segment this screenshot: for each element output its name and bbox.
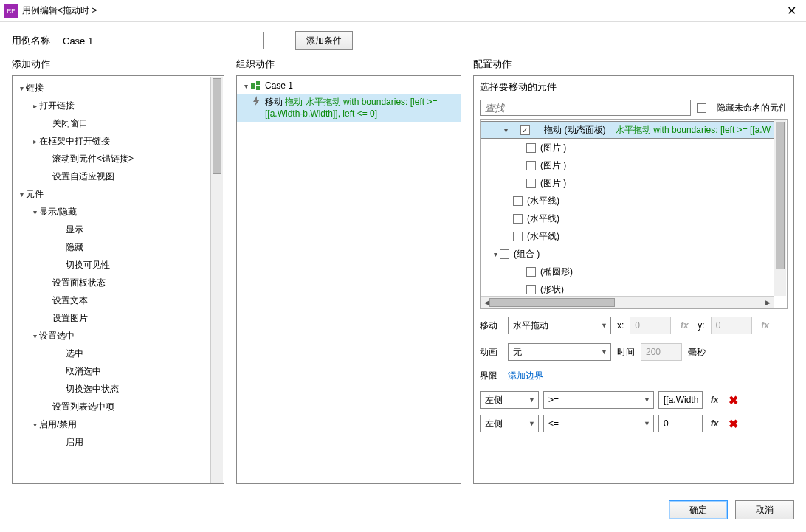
ok-button[interactable]: 确定 — [669, 500, 728, 519]
action-tree-item[interactable]: 设置图片 — [13, 309, 211, 327]
checkbox[interactable] — [513, 232, 523, 241]
widget-tree[interactable]: 拖动 (动态面板) 水平拖动 with boundaries: [left >=… — [480, 120, 774, 296]
widget-tree-item[interactable]: (水平线) — [480, 227, 774, 245]
checkbox[interactable] — [526, 285, 536, 294]
anim-type-select[interactable]: 无▼ — [508, 343, 611, 361]
action-tree-item[interactable]: 元件 — [13, 185, 211, 203]
checkbox[interactable] — [526, 143, 536, 153]
action-tree-item[interactable]: 在框架中打开链接 — [13, 132, 211, 150]
chevron-down-icon: ▼ — [528, 420, 535, 427]
widget-tree-item[interactable]: (水平线) — [480, 192, 774, 210]
widget-tree-item[interactable]: (水平线) — [480, 210, 774, 227]
widget-tree-item[interactable]: (图片 ) — [480, 139, 774, 156]
action-row[interactable]: 移动 拖动 水平拖动 with boundaries: [left >= [[a… — [237, 94, 461, 122]
widget-label: (图片 ) — [540, 142, 566, 154]
fx-icon[interactable]: fx — [707, 418, 722, 429]
case-row[interactable]: Case 1 — [237, 77, 461, 94]
triangle-icon[interactable] — [17, 84, 26, 92]
triangle-icon[interactable] — [30, 208, 39, 216]
triangle-icon[interactable] — [30, 137, 39, 145]
triangle-icon[interactable] — [17, 190, 26, 198]
widget-tree-item[interactable]: (椭圆形) — [480, 263, 774, 280]
move-type-select[interactable]: 水平拖动▼ — [508, 317, 611, 334]
scrollbar-thumb[interactable] — [213, 78, 221, 174]
action-tree-item[interactable]: 启用 — [13, 433, 211, 451]
tree-item-label: 设置自适应视图 — [52, 170, 114, 183]
action-tree-item[interactable]: 设置文本 — [13, 291, 211, 309]
action-tree-item[interactable]: 设置列表选中项 — [13, 398, 211, 415]
widget-label: (水平线) — [527, 213, 559, 225]
checkbox[interactable] — [520, 125, 530, 135]
add-condition-button[interactable]: 添加条件 — [295, 31, 353, 50]
action-tree-item[interactable]: 打开链接 — [13, 97, 211, 114]
checkbox[interactable] — [513, 214, 523, 224]
triangle-icon[interactable] — [501, 126, 510, 134]
triangle-icon[interactable] — [30, 102, 39, 110]
checkbox[interactable] — [526, 161, 536, 170]
action-tree-item[interactable]: 隐藏 — [13, 238, 211, 256]
move-row: 移动 水平拖动▼ x: 0 fx y: 0 fx — [480, 317, 788, 334]
widget-tree-item[interactable]: 拖动 (动态面板) 水平拖动 with boundaries: [left >=… — [480, 121, 774, 139]
case-name-input[interactable] — [58, 32, 264, 49]
action-tree-item[interactable]: 设置选中 — [13, 327, 211, 345]
scrollbar[interactable] — [210, 77, 223, 483]
action-tree-item[interactable]: 显示 — [13, 221, 211, 238]
case-icon — [250, 80, 261, 91]
h-scrollbar[interactable]: ◀ ▶ — [480, 296, 774, 308]
delete-icon[interactable]: ✖ — [726, 417, 740, 431]
widget-label: (椭圆形) — [540, 266, 573, 278]
checkbox[interactable] — [513, 196, 523, 206]
checkbox[interactable] — [526, 267, 536, 277]
fx-icon[interactable]: fx — [707, 395, 722, 405]
bound-value-input[interactable]: 0 — [658, 415, 703, 432]
action-tree-item[interactable]: 设置自适应视图 — [13, 167, 211, 185]
actions-tree[interactable]: 链接打开链接关闭窗口在框架中打开链接滚动到元件<锚链接>设置自适应视图元件显示/… — [13, 76, 211, 483]
window-title: 用例编辑<拖动时 > — [22, 4, 776, 17]
chevron-down-icon: ▼ — [601, 322, 607, 329]
checkbox[interactable] — [526, 179, 536, 188]
action-tree-item[interactable]: 启用/禁用 — [13, 415, 211, 433]
action-tree-item[interactable]: 选中 — [13, 345, 211, 362]
add-boundary-link[interactable]: 添加边界 — [508, 370, 543, 382]
mid-column-title: 组织动作 — [236, 58, 461, 71]
action-tree-item[interactable]: 设置面板状态 — [13, 274, 211, 291]
hide-unnamed-checkbox[interactable] — [697, 103, 706, 113]
action-tree-item[interactable]: 滚动到元件<锚链接> — [13, 150, 211, 167]
widget-tree-item[interactable]: (组合 ) — [480, 245, 774, 263]
boundary-row: 左侧▼ <=▼ 0 fx ✖ — [480, 415, 788, 432]
bound-side-select[interactable]: 左侧▼ — [480, 415, 539, 432]
move-label: 移动 — [480, 319, 502, 332]
cancel-button[interactable]: 取消 — [735, 500, 794, 519]
bound-op-select[interactable]: <=▼ — [543, 415, 654, 432]
action-tree-item[interactable]: 链接 — [13, 79, 211, 97]
close-icon[interactable]: ✕ — [776, 0, 806, 22]
action-tree-item[interactable]: 关闭窗口 — [13, 114, 211, 132]
triangle-icon[interactable] — [30, 421, 39, 429]
action-tree-item[interactable]: 切换可见性 — [13, 256, 211, 274]
scroll-right-icon[interactable]: ▶ — [762, 297, 774, 308]
scrollbar[interactable] — [774, 120, 786, 296]
triangle-icon[interactable] — [30, 332, 39, 340]
checkbox[interactable] — [500, 249, 509, 259]
bound-side-select[interactable]: 左侧▼ — [480, 391, 539, 409]
h-scrollbar-thumb[interactable] — [489, 298, 615, 307]
tree-item-label: 在框架中打开链接 — [39, 135, 110, 148]
select-widgets-title: 选择要移动的元件 — [474, 76, 793, 97]
widget-tree-item[interactable]: (图片 ) — [480, 174, 774, 192]
delete-icon[interactable]: ✖ — [726, 393, 740, 407]
scrollbar-thumb[interactable] — [776, 122, 785, 269]
triangle-icon[interactable] — [491, 250, 500, 258]
bound-value-input[interactable]: [[a.Width — [658, 391, 703, 409]
widget-tree-item[interactable]: (形状) — [480, 280, 774, 296]
widget-detail: 水平拖动 with boundaries: [left >= [[a.W — [616, 124, 771, 137]
action-tree-item[interactable]: 显示/隐藏 — [13, 203, 211, 221]
chevron-down-icon: ▼ — [601, 348, 607, 356]
widget-tree-item[interactable]: (图片 ) — [480, 156, 774, 174]
action-tree-item[interactable]: 取消选中 — [13, 362, 211, 380]
bound-op-select[interactable]: >=▼ — [543, 391, 654, 409]
action-tree-item[interactable]: 切换选中状态 — [13, 380, 211, 398]
triangle-icon[interactable] — [241, 82, 250, 90]
search-input[interactable] — [480, 100, 691, 116]
tree-item-label: 取消选中 — [66, 365, 101, 378]
tree-item-label: 设置列表选中项 — [52, 401, 114, 413]
